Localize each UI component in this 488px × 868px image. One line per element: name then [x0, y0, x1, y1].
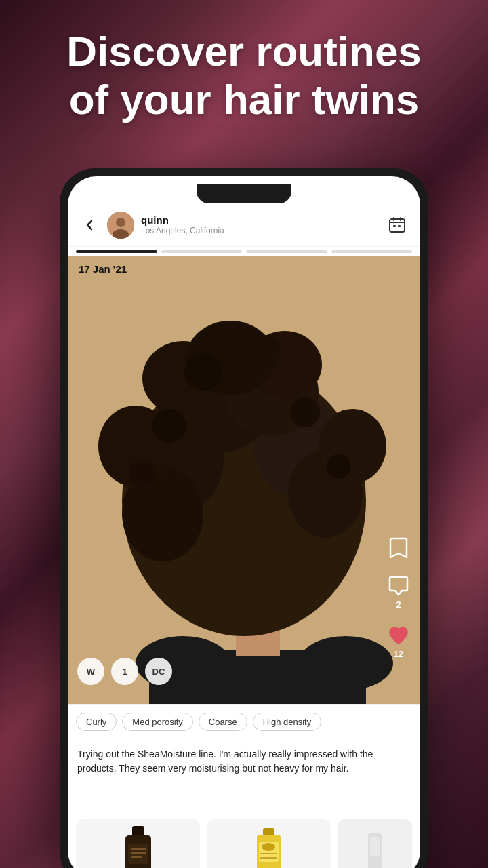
username: quinn — [141, 214, 385, 226]
progress-bar-3 — [246, 250, 327, 253]
headline-section: Discover routines of your hair twins — [0, 27, 488, 124]
avatar — [107, 212, 134, 239]
product-card-2[interactable] — [207, 819, 331, 868]
user-location: Los Angeles, California — [141, 226, 385, 235]
progress-bars — [68, 247, 420, 256]
svg-rect-3 — [390, 219, 405, 232]
comment-button[interactable]: 2 — [386, 574, 411, 610]
svg-point-36 — [298, 636, 393, 690]
heart-icon — [386, 623, 411, 648]
progress-bar-4 — [331, 250, 413, 253]
heart-button[interactable]: 12 — [386, 623, 411, 659]
svg-point-46 — [262, 843, 275, 851]
svg-point-30 — [290, 397, 320, 427]
svg-point-29 — [152, 409, 186, 443]
date-label: 17 Jan '21 — [76, 260, 129, 277]
headline-line2: of your hair twins — [69, 76, 420, 123]
heart-count: 12 — [394, 649, 403, 659]
products-row — [68, 812, 420, 868]
product-card-1[interactable] — [76, 819, 200, 868]
comment-icon — [386, 574, 411, 598]
comment-count: 2 — [396, 599, 401, 610]
headline-line1: Discover routines — [66, 28, 422, 75]
description-area: Trying out the SheaMoisture line. I'm ac… — [68, 747, 420, 784]
back-button[interactable] — [79, 214, 100, 236]
phone-screen: quinn Los Angeles, California — [68, 176, 420, 868]
tag-high-density[interactable]: High density — [253, 713, 322, 731]
svg-rect-39 — [128, 844, 148, 864]
description-text: Trying out the SheaMoisture line. I'm ac… — [77, 747, 411, 776]
svg-rect-50 — [370, 837, 380, 856]
badge-1: 1 — [111, 658, 138, 685]
product-card-3[interactable] — [338, 819, 412, 868]
main-photo: 17 Jan '21 — [68, 256, 420, 704]
tag-curly[interactable]: Curly — [76, 713, 117, 731]
user-info: quinn Los Angeles, California — [141, 214, 385, 235]
progress-bar-1 — [76, 250, 157, 253]
svg-point-32 — [248, 335, 281, 368]
svg-rect-8 — [398, 225, 401, 227]
badge-w: W — [77, 658, 104, 685]
svg-point-31 — [184, 353, 222, 391]
side-actions: 2 12 — [386, 536, 411, 621]
svg-point-1 — [116, 218, 125, 227]
phone-frame: quinn Los Angeles, California — [60, 168, 428, 868]
svg-point-34 — [327, 454, 351, 479]
svg-point-33 — [129, 460, 156, 487]
bookmark-icon — [386, 536, 411, 560]
headline-text: Discover routines of your hair twins — [27, 27, 461, 124]
badge-dc: DC — [145, 658, 172, 685]
svg-rect-7 — [393, 225, 396, 227]
tag-med-porosity[interactable]: Med porosity — [122, 713, 192, 731]
progress-bar-2 — [161, 250, 243, 253]
app-header: quinn Los Angeles, California — [68, 203, 420, 247]
photo-content — [68, 256, 420, 704]
hair-tags-row: Curly Med porosity Coarse High density — [68, 704, 420, 738]
calendar-button[interactable] — [385, 213, 409, 237]
phone-notch — [197, 184, 291, 203]
svg-rect-37 — [132, 826, 144, 837]
tag-coarse[interactable]: Coarse — [199, 713, 247, 731]
bookmark-button[interactable] — [386, 536, 411, 560]
